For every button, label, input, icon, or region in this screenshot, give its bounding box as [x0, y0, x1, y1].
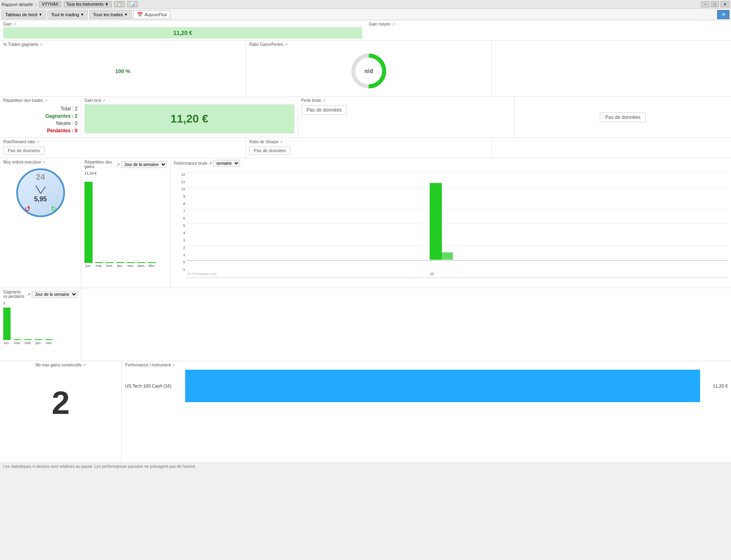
instrument-bar-container [185, 370, 700, 402]
grid-line-10 [186, 187, 728, 187]
bar-lun-fill [84, 182, 93, 263]
repartition-gains-filter[interactable]: Jour de la semaine [121, 161, 167, 168]
gagnants-bar-jeu-label: jeu. [36, 341, 42, 345]
gain-value: 11,20 € [3, 27, 362, 39]
moy-label-row: Moy ordres exec/jour ↗ [3, 160, 78, 164]
close-btn[interactable]: ✕ [720, 1, 729, 7]
expand-icon10[interactable]: ↗ [42, 160, 45, 164]
y-0: 0 [183, 260, 185, 264]
rep-neutre: Neutre : 0 [3, 120, 78, 127]
expand-icon12[interactable]: ↗ [209, 161, 212, 166]
gagnants-bar-ven-label: ven. [45, 341, 52, 345]
bar-ven: ven. [127, 262, 135, 268]
chevron-down-icon: ▼ [124, 13, 128, 17]
gagnants-value-top: 2 [3, 301, 5, 305]
expand-icon14[interactable]: ↗ [83, 363, 86, 367]
tous-trades-label: Tous les trades [93, 12, 123, 17]
top-bar: Rapport détaillé | VYYHAX Tous les instr… [0, 0, 731, 9]
row-charts: % Trades gagnants ↗ 100 % Ratio Gains/Pe… [0, 41, 731, 97]
gagnants-bar-mer: mer. [24, 339, 32, 345]
expand-icon2[interactable]: ↗ [392, 22, 395, 26]
gagnants-filter[interactable]: Jour de la semaine [32, 291, 78, 298]
bar-sam-fill [137, 262, 145, 263]
gagnants-empty [81, 288, 731, 361]
y-9: 9 [183, 194, 185, 198]
gagnants-bar-mer-label: mer. [24, 341, 32, 345]
perte-brute-no-data: Pas de données [301, 105, 347, 115]
tous-trades-btn[interactable]: Tous les trades ▼ [89, 10, 132, 19]
tableau-bord-label: Tableau de bord [5, 12, 37, 17]
repartition-gains-label-row: Répartition des gains ↗ Jour de la semai… [84, 160, 167, 169]
main-content: Gain ↗ 11,20 € Gain moyen ↗ % Trades gag… [0, 20, 731, 463]
expand-icon13[interactable]: ↗ [27, 292, 30, 297]
repartition-gains-section: Répartition des gains ↗ Jour de la semai… [81, 158, 171, 288]
settings-icon[interactable]: ⚙ [717, 10, 729, 19]
grid-lines [186, 172, 728, 278]
grid-line-2 [186, 246, 728, 246]
repartition-gains-label: Répartition des gains [84, 160, 115, 169]
copyright-label: © IT-Finance.com [188, 272, 216, 276]
ratio-sharpe-section: Ratio de Sharpe ↗ Pas de données [246, 138, 492, 158]
row-bottom: Nb max gains consécutifs ↗ 2 Performance… [0, 361, 731, 463]
row-charts2: Moy ordres exec/jour ↗ 24 5,95 ↺ ↻ [0, 158, 731, 288]
pct-trades-label-row: % Trades gagnants ↗ [3, 42, 242, 47]
bar-sam-label: sam. [137, 264, 145, 268]
expand-icon8[interactable]: ↗ [37, 140, 40, 144]
expand-icon5[interactable]: ↗ [44, 99, 48, 103]
toolbar: Tableau de bord ▼ Tout le trading ▼ Tous… [0, 9, 731, 20]
bar-mer-label: mer. [106, 264, 113, 268]
bar-mer: mer. [106, 262, 114, 268]
expand-icon[interactable]: ↗ [13, 22, 16, 26]
expand-icon9[interactable]: ↗ [280, 140, 283, 144]
tout-trading-label: Tout le trading [51, 12, 79, 17]
minimize-btn[interactable]: − [701, 1, 709, 7]
grid-line-0 [186, 260, 728, 261]
grid-line-12 [186, 172, 728, 173]
bar-dim-label: dim. [148, 264, 155, 268]
bar-lun-label: lun. [86, 264, 92, 268]
instruments-btn[interactable]: Tous les instruments ▼ [64, 1, 112, 7]
tout-trading-btn[interactable]: Tout le trading ▼ [48, 10, 88, 19]
gagnants-bar-jeu: jeu. [35, 339, 42, 345]
moy-section: Moy ordres exec/jour ↗ 24 5,95 ↺ ↻ [0, 158, 81, 288]
expand-icon11[interactable]: ↗ [117, 162, 120, 167]
ratio-sharpe-label-row: Ratio de Sharpe ↗ [249, 140, 489, 144]
expand-icon6[interactable]: ↗ [102, 99, 106, 103]
expand-icon7[interactable]: ↗ [322, 99, 326, 103]
perf-brute-section: Performance brute ↗ semaine 12 11 10 9 8… [171, 158, 731, 288]
chevron-down-icon: ▼ [105, 2, 109, 6]
gagnants-bars: lun. mar. mer. jeu. [3, 300, 78, 345]
repartition-gains-bars: lun. mar. mer. jeu. [84, 170, 167, 268]
chart-area: © IT-Finance.com 10 [186, 172, 728, 278]
copy-icon-btn[interactable]: 📋 [114, 1, 125, 7]
expand-icon15[interactable]: ↗ [172, 363, 175, 367]
gain-brut-label-row: Gain brut ↗ [84, 98, 294, 103]
y-3: 3 [183, 238, 185, 242]
perf-instrument-section: Performance / instrument ↗ US Tech 100 C… [122, 361, 731, 463]
gagnants-bar-ven-fill [45, 339, 53, 340]
perf-brute-filter[interactable]: semaine [213, 160, 240, 167]
ratio-sharpe-label: Ratio de Sharpe [249, 140, 279, 144]
chart-icon-btn[interactable]: 📊 [127, 1, 138, 7]
y-7: 7 [183, 209, 185, 213]
today-btn[interactable]: 📅 Aujourd'hui [133, 10, 171, 19]
expand-icon3[interactable]: ↗ [39, 43, 43, 47]
bar-jeu: jeu. [116, 262, 124, 268]
gain-brut-section: Gain brut ↗ 11,20 € [81, 97, 298, 138]
perf-brute-chart: 12 11 10 9 8 7 6 5 4 3 2 1 0 -1 [174, 168, 728, 282]
account-btn[interactable]: VYYHAX [39, 1, 61, 7]
perf-brute-label: Performance brute [174, 161, 208, 166]
chevron-down-icon: ▼ [80, 13, 84, 17]
risk-reward-label: Risk/Reward ratio [3, 140, 35, 144]
footer: Les statistiques ci-dessus sont relative… [0, 463, 731, 470]
tableau-bord-btn[interactable]: Tableau de bord ▼ [2, 10, 46, 19]
gagnants-bar-mer-fill [24, 339, 32, 340]
gain-moyen-label-row: Gain moyen ↗ [369, 22, 728, 26]
rep-total: Total : 2 [3, 105, 78, 112]
maximize-btn[interactable]: □ [711, 1, 719, 7]
pas-de-donnees-right: Pas de données [600, 112, 646, 122]
y-5: 5 [183, 224, 185, 228]
expand-icon4[interactable]: ↗ [285, 43, 288, 47]
pct-trades-section: % Trades gagnants ↗ 100 % [0, 41, 246, 96]
y-11: 11 [181, 180, 185, 184]
